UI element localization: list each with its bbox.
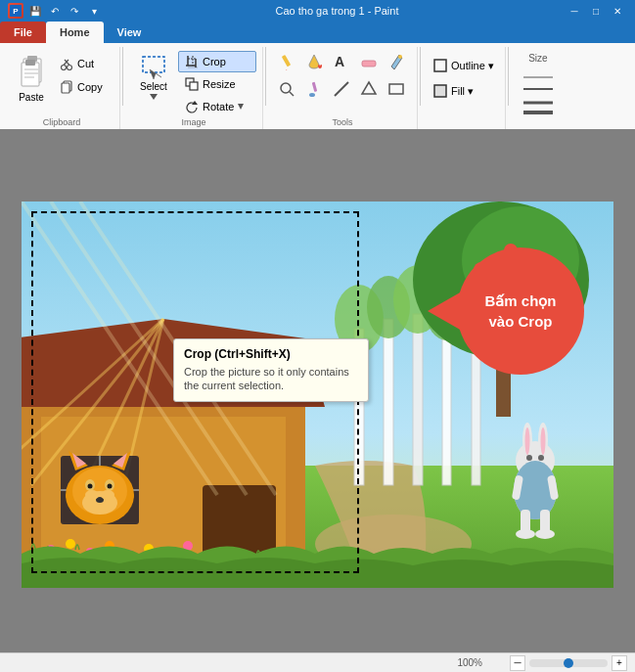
quick-access-undo[interactable]: ↶: [47, 3, 63, 19]
paint-canvas[interactable]: Crop (Ctrl+Shift+X) Crop the picture so …: [22, 202, 613, 588]
rotate-button[interactable]: Rotate: [178, 96, 256, 117]
text-tool[interactable]: A: [329, 49, 354, 74]
svg-rect-56: [413, 314, 423, 485]
resize-button[interactable]: Resize: [178, 73, 256, 95]
select-dropdown-icon: [150, 94, 158, 100]
style-group: Outline ▾ Fill ▾: [423, 47, 506, 129]
eraser-icon: [360, 53, 378, 70]
svg-text:A: A: [335, 54, 344, 69]
line-icon: [333, 80, 350, 98]
tab-view[interactable]: View: [104, 22, 156, 43]
svg-point-67: [532, 272, 548, 288]
svg-point-107: [525, 427, 530, 455]
style-content: Outline ▾ Fill ▾: [429, 47, 499, 127]
rotate-dropdown-icon: [238, 104, 244, 110]
cut-label: Cut: [77, 58, 94, 69]
svg-rect-35: [312, 82, 317, 92]
status-zoom: 100%: [457, 657, 482, 668]
fill-icon: [305, 53, 323, 70]
quick-access-save[interactable]: 💾: [27, 3, 43, 19]
size-selector: [519, 67, 558, 116]
resize-icon: [185, 77, 199, 91]
svg-point-68: [466, 289, 477, 300]
crop-button[interactable]: Crop: [178, 51, 256, 72]
ribbon-tab-bar: File Home View: [0, 22, 635, 43]
maximize-button[interactable]: □: [586, 3, 606, 19]
color-picker-tool[interactable]: [384, 49, 409, 74]
crop-icon: [185, 55, 199, 68]
tooltip-description: Crop the picture so it only contains the…: [184, 365, 358, 393]
rectangle-icon: [387, 80, 405, 98]
svg-rect-40: [434, 60, 446, 71]
magnifier-tool[interactable]: [274, 76, 299, 102]
svg-rect-31: [362, 61, 376, 67]
svg-line-34: [290, 92, 294, 96]
magnifier-icon: [278, 80, 295, 98]
outline-label: Outline ▾: [451, 60, 494, 72]
tab-home[interactable]: Home: [46, 22, 104, 43]
app-icon: P: [8, 3, 23, 19]
copy-button[interactable]: Copy: [55, 76, 113, 98]
svg-point-10: [68, 66, 72, 70]
copy-icon: [60, 80, 73, 94]
svg-point-69: [523, 288, 537, 301]
svg-line-37: [335, 82, 348, 96]
svg-rect-15: [143, 57, 164, 72]
outline-icon: [433, 59, 447, 72]
svg-point-110: [538, 455, 544, 461]
group-separator-4: [508, 47, 509, 106]
line-tool[interactable]: [329, 76, 354, 102]
zoom-controls: ─ +: [510, 655, 627, 671]
svg-point-36: [309, 93, 315, 97]
eraser-tool[interactable]: [356, 49, 382, 74]
fill-label: Fill ▾: [451, 85, 474, 98]
svg-point-9: [62, 66, 67, 70]
resize-label: Resize: [203, 78, 236, 90]
select-button[interactable]: Select: [131, 49, 176, 104]
tab-file[interactable]: File: [0, 22, 46, 43]
status-bar: 100% ─ +: [0, 652, 635, 672]
shapes-dropdown[interactable]: [356, 76, 382, 102]
quick-access-dropdown[interactable]: ▾: [86, 3, 102, 19]
cut-copy-area: Cut Copy: [55, 49, 113, 98]
svg-point-94: [101, 490, 114, 500]
copy-label: Copy: [77, 81, 103, 93]
svg-point-32: [398, 55, 402, 59]
rotate-label: Rotate: [203, 101, 234, 112]
svg-point-65: [474, 262, 489, 278]
window-controls: ─ □ ✕: [565, 3, 627, 19]
svg-point-108: [541, 427, 546, 455]
canvas-container: Crop (Ctrl+Shift+X) Crop the picture so …: [22, 194, 613, 588]
zoom-in-button[interactable]: +: [612, 655, 627, 671]
text-icon: A: [333, 53, 350, 70]
svg-marker-16: [150, 69, 161, 79]
quick-access-redo[interactable]: ↷: [67, 3, 82, 19]
svg-rect-5: [25, 60, 35, 66]
paste-label: Paste: [19, 92, 44, 103]
image-ops-area: Crop Resize Rotate: [178, 49, 256, 117]
paste-button[interactable]: Paste: [10, 49, 53, 108]
svg-point-66: [504, 244, 518, 257]
zoom-thumb: [564, 658, 573, 668]
zoom-slider[interactable]: [529, 659, 608, 667]
brush-icon: [305, 80, 323, 98]
svg-point-63: [462, 206, 579, 314]
shapes-icon: [360, 80, 378, 98]
color-picker-icon: [387, 53, 405, 70]
minimize-button[interactable]: ─: [565, 3, 584, 19]
close-button[interactable]: ✕: [608, 3, 627, 19]
svg-rect-64: [496, 338, 511, 417]
tools-label: Tools: [274, 117, 411, 129]
fill-button[interactable]: Fill ▾: [429, 80, 499, 102]
zoom-out-button[interactable]: ─: [510, 655, 525, 671]
shape-rectangle-tool[interactable]: [384, 76, 409, 102]
pencil-tool[interactable]: [274, 49, 299, 74]
svg-point-87: [108, 484, 113, 489]
svg-rect-8: [24, 76, 34, 78]
tools-group: A: [268, 47, 418, 129]
brush-tool[interactable]: [301, 76, 327, 102]
outline-button[interactable]: Outline ▾: [429, 55, 499, 76]
style-buttons: Outline ▾ Fill ▾: [429, 49, 499, 102]
cut-button[interactable]: Cut: [55, 53, 113, 74]
fill-tool[interactable]: [301, 49, 327, 74]
